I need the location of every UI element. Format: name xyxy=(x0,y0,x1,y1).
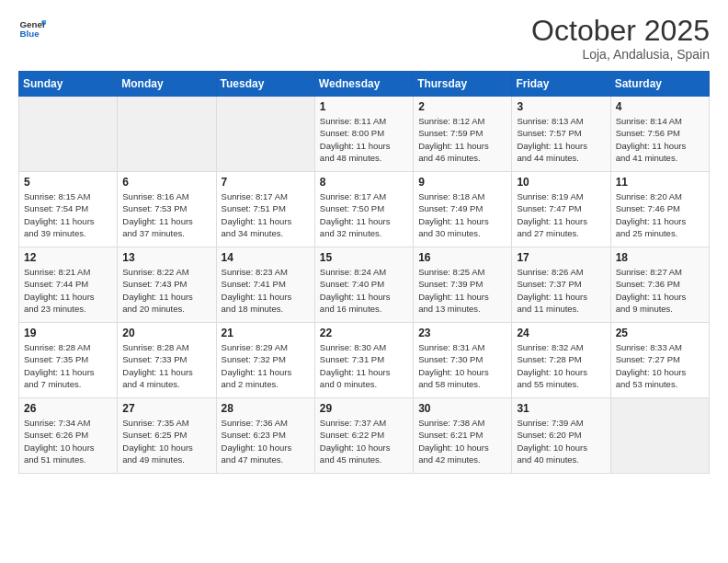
day-number: 19 xyxy=(24,327,112,339)
day-number: 12 xyxy=(24,251,112,264)
calendar-cell: 22Sunrise: 8:30 AMSunset: 7:31 PMDayligh… xyxy=(314,323,413,398)
calendar-cell: 17Sunrise: 8:26 AMSunset: 7:37 PMDayligh… xyxy=(512,247,610,323)
calendar-cell: 21Sunrise: 8:29 AMSunset: 7:32 PMDayligh… xyxy=(216,323,314,398)
day-info: Sunrise: 8:28 AMSunset: 7:33 PMDaylight:… xyxy=(122,341,210,390)
calendar-cell: 6Sunrise: 8:16 AMSunset: 7:53 PMDaylight… xyxy=(118,172,216,247)
weekday-header-tuesday: Tuesday xyxy=(216,72,314,97)
logo: General Blue xyxy=(18,15,46,42)
day-number: 30 xyxy=(418,402,506,415)
calendar-cell: 2Sunrise: 8:12 AMSunset: 7:59 PMDaylight… xyxy=(414,97,512,172)
day-number: 18 xyxy=(616,251,704,264)
day-number: 26 xyxy=(24,402,112,415)
weekday-header-wednesday: Wednesday xyxy=(314,72,413,97)
day-info: Sunrise: 8:26 AMSunset: 7:37 PMDaylight:… xyxy=(517,266,605,315)
calendar-cell: 5Sunrise: 8:15 AMSunset: 7:54 PMDaylight… xyxy=(19,172,118,247)
day-number: 10 xyxy=(517,176,605,189)
day-info: Sunrise: 8:19 AMSunset: 7:47 PMDaylight:… xyxy=(517,190,605,239)
calendar-cell: 7Sunrise: 8:17 AMSunset: 7:51 PMDaylight… xyxy=(216,172,314,247)
day-number: 31 xyxy=(517,402,605,415)
day-number: 23 xyxy=(418,327,506,339)
svg-text:Blue: Blue xyxy=(20,29,40,39)
day-number: 20 xyxy=(122,327,210,339)
day-number: 2 xyxy=(418,100,506,113)
day-info: Sunrise: 8:32 AMSunset: 7:28 PMDaylight:… xyxy=(517,341,605,390)
calendar-cell: 10Sunrise: 8:19 AMSunset: 7:47 PMDayligh… xyxy=(512,172,610,247)
calendar-cell: 31Sunrise: 7:39 AMSunset: 6:20 PMDayligh… xyxy=(512,398,610,474)
title-block: October 2025 Loja, Andalusia, Spain xyxy=(531,15,710,62)
day-number: 14 xyxy=(222,251,310,264)
calendar-cell xyxy=(610,398,709,474)
day-info: Sunrise: 8:29 AMSunset: 7:32 PMDaylight:… xyxy=(222,341,310,390)
calendar-week-0: 1Sunrise: 8:11 AMSunset: 8:00 PMDaylight… xyxy=(19,97,710,172)
calendar-cell: 25Sunrise: 8:33 AMSunset: 7:27 PMDayligh… xyxy=(610,323,709,398)
calendar-week-1: 5Sunrise: 8:15 AMSunset: 7:54 PMDaylight… xyxy=(19,172,710,247)
day-info: Sunrise: 8:20 AMSunset: 7:46 PMDaylight:… xyxy=(616,190,704,239)
day-number: 1 xyxy=(320,100,408,113)
calendar-cell: 12Sunrise: 8:21 AMSunset: 7:44 PMDayligh… xyxy=(19,247,118,323)
day-info: Sunrise: 8:23 AMSunset: 7:41 PMDaylight:… xyxy=(222,266,310,315)
day-number: 15 xyxy=(320,251,408,264)
calendar-cell: 28Sunrise: 7:36 AMSunset: 6:23 PMDayligh… xyxy=(216,398,314,474)
calendar-cell: 16Sunrise: 8:25 AMSunset: 7:39 PMDayligh… xyxy=(414,247,512,323)
calendar-title: October 2025 xyxy=(531,15,710,47)
day-info: Sunrise: 8:28 AMSunset: 7:35 PMDaylight:… xyxy=(24,341,112,390)
calendar-cell: 8Sunrise: 8:17 AMSunset: 7:50 PMDaylight… xyxy=(314,172,413,247)
calendar-cell: 1Sunrise: 8:11 AMSunset: 8:00 PMDaylight… xyxy=(314,97,413,172)
weekday-header-row: SundayMondayTuesdayWednesdayThursdayFrid… xyxy=(19,72,710,97)
day-number: 21 xyxy=(222,327,310,339)
day-info: Sunrise: 7:36 AMSunset: 6:23 PMDaylight:… xyxy=(222,417,310,465)
calendar-cell: 3Sunrise: 8:13 AMSunset: 7:57 PMDaylight… xyxy=(512,97,610,172)
day-number: 5 xyxy=(24,176,112,189)
header: General Blue October 2025 Loja, Andalusi… xyxy=(18,15,710,62)
calendar-cell: 15Sunrise: 8:24 AMSunset: 7:40 PMDayligh… xyxy=(314,247,413,323)
day-number: 22 xyxy=(320,327,408,339)
calendar-subtitle: Loja, Andalusia, Spain xyxy=(531,47,710,62)
day-number: 11 xyxy=(616,176,704,189)
day-info: Sunrise: 8:12 AMSunset: 7:59 PMDaylight:… xyxy=(418,115,506,164)
calendar-cell: 4Sunrise: 8:14 AMSunset: 7:56 PMDaylight… xyxy=(610,97,709,172)
day-number: 25 xyxy=(616,327,704,339)
calendar-cell xyxy=(216,97,314,172)
calendar-cell: 24Sunrise: 8:32 AMSunset: 7:28 PMDayligh… xyxy=(512,323,610,398)
weekday-header-thursday: Thursday xyxy=(414,72,512,97)
day-number: 9 xyxy=(418,176,506,189)
weekday-header-sunday: Sunday xyxy=(19,72,118,97)
day-info: Sunrise: 7:34 AMSunset: 6:26 PMDaylight:… xyxy=(24,417,112,465)
day-info: Sunrise: 8:31 AMSunset: 7:30 PMDaylight:… xyxy=(418,341,506,390)
day-number: 6 xyxy=(122,176,210,189)
page: General Blue October 2025 Loja, Andalusi… xyxy=(0,0,728,563)
day-info: Sunrise: 8:14 AMSunset: 7:56 PMDaylight:… xyxy=(616,115,704,164)
calendar-week-3: 19Sunrise: 8:28 AMSunset: 7:35 PMDayligh… xyxy=(19,323,710,398)
day-info: Sunrise: 8:11 AMSunset: 8:00 PMDaylight:… xyxy=(320,115,408,164)
day-number: 28 xyxy=(222,402,310,415)
day-info: Sunrise: 8:33 AMSunset: 7:27 PMDaylight:… xyxy=(616,341,704,390)
calendar-cell: 29Sunrise: 7:37 AMSunset: 6:22 PMDayligh… xyxy=(314,398,413,474)
day-info: Sunrise: 8:17 AMSunset: 7:50 PMDaylight:… xyxy=(320,190,408,239)
calendar-cell: 20Sunrise: 8:28 AMSunset: 7:33 PMDayligh… xyxy=(118,323,216,398)
day-info: Sunrise: 7:38 AMSunset: 6:21 PMDaylight:… xyxy=(418,417,506,465)
day-info: Sunrise: 8:15 AMSunset: 7:54 PMDaylight:… xyxy=(24,190,112,239)
calendar-cell: 14Sunrise: 8:23 AMSunset: 7:41 PMDayligh… xyxy=(216,247,314,323)
weekday-header-monday: Monday xyxy=(118,72,216,97)
day-number: 7 xyxy=(222,176,310,189)
calendar-week-4: 26Sunrise: 7:34 AMSunset: 6:26 PMDayligh… xyxy=(19,398,710,474)
day-info: Sunrise: 7:35 AMSunset: 6:25 PMDaylight:… xyxy=(122,417,210,465)
calendar-cell xyxy=(19,97,118,172)
logo-icon: General Blue xyxy=(18,15,46,42)
day-number: 17 xyxy=(517,251,605,264)
calendar-week-2: 12Sunrise: 8:21 AMSunset: 7:44 PMDayligh… xyxy=(19,247,710,323)
day-info: Sunrise: 8:25 AMSunset: 7:39 PMDaylight:… xyxy=(418,266,506,315)
calendar-cell: 27Sunrise: 7:35 AMSunset: 6:25 PMDayligh… xyxy=(118,398,216,474)
day-info: Sunrise: 7:39 AMSunset: 6:20 PMDaylight:… xyxy=(517,417,605,465)
day-info: Sunrise: 8:18 AMSunset: 7:49 PMDaylight:… xyxy=(418,190,506,239)
day-info: Sunrise: 8:30 AMSunset: 7:31 PMDaylight:… xyxy=(320,341,408,390)
day-info: Sunrise: 8:24 AMSunset: 7:40 PMDaylight:… xyxy=(320,266,408,315)
calendar-cell: 26Sunrise: 7:34 AMSunset: 6:26 PMDayligh… xyxy=(19,398,118,474)
day-info: Sunrise: 8:17 AMSunset: 7:51 PMDaylight:… xyxy=(222,190,310,239)
day-number: 8 xyxy=(320,176,408,189)
weekday-header-friday: Friday xyxy=(512,72,610,97)
calendar-cell: 9Sunrise: 8:18 AMSunset: 7:49 PMDaylight… xyxy=(414,172,512,247)
weekday-header-saturday: Saturday xyxy=(610,72,709,97)
day-number: 13 xyxy=(122,251,210,264)
calendar-table: SundayMondayTuesdayWednesdayThursdayFrid… xyxy=(18,71,710,474)
